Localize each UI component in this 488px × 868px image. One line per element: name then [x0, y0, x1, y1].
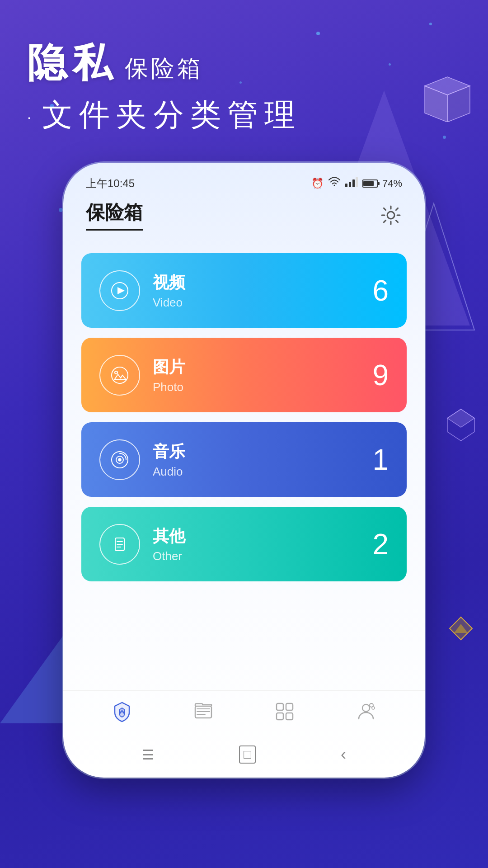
- status-icons: ⏰: [311, 177, 402, 190]
- svg-rect-11: [345, 184, 347, 187]
- wifi-icon: [328, 177, 341, 190]
- other-info: 其他 Other: [153, 525, 372, 563]
- svg-rect-17: [363, 181, 374, 186]
- other-name-cn: 其他: [153, 525, 372, 547]
- svg-point-34: [372, 707, 375, 709]
- nav-account[interactable]: [354, 700, 378, 723]
- star-6: [59, 208, 63, 212]
- svg-rect-28: [277, 703, 283, 710]
- video-count: 6: [372, 274, 389, 307]
- svg-marker-20: [117, 287, 125, 294]
- header-line2: ·文件夹分类管理: [27, 94, 301, 136]
- svg-marker-9: [447, 409, 474, 441]
- other-name-en: Other: [153, 549, 372, 563]
- header-line1: 隐私 保险箱: [27, 36, 301, 90]
- cube-icon: [411, 59, 474, 122]
- svg-point-25: [119, 458, 121, 461]
- android-nav: ☰ □ ‹: [63, 741, 425, 769]
- star-5: [443, 136, 446, 139]
- video-name-cn: 视频: [153, 272, 372, 294]
- svg-marker-6: [450, 617, 472, 640]
- video-icon-circle: [99, 270, 140, 311]
- cube-small-right: [443, 407, 479, 443]
- svg-rect-12: [349, 182, 351, 187]
- photo-count: 9: [372, 359, 389, 392]
- svg-rect-29: [286, 703, 293, 710]
- photo-info: 图片 Photo: [153, 356, 372, 394]
- bottom-nav: [63, 690, 425, 732]
- audio-info: 音乐 Audio: [153, 441, 372, 479]
- audio-icon-circle: [99, 439, 140, 480]
- alarm-icon: ⏰: [311, 178, 324, 189]
- svg-point-32: [362, 704, 370, 712]
- svg-point-18: [387, 212, 394, 219]
- category-video[interactable]: 视频 Video 6: [81, 253, 407, 328]
- audio-count: 1: [372, 443, 389, 476]
- android-menu[interactable]: ☰: [142, 747, 154, 763]
- android-home[interactable]: □: [239, 745, 256, 764]
- svg-marker-3: [425, 77, 470, 95]
- video-name-en: Video: [153, 296, 372, 310]
- settings-button[interactable]: [380, 204, 402, 226]
- audio-name-cn: 音乐: [153, 441, 372, 463]
- nav-safe[interactable]: [110, 700, 134, 723]
- header-privacy-text: 隐私: [27, 36, 117, 90]
- svg-marker-4: [447, 86, 470, 122]
- nav-apps[interactable]: [273, 700, 296, 723]
- svg-rect-30: [277, 713, 283, 720]
- category-audio[interactable]: 音乐 Audio 1: [81, 422, 407, 497]
- diamond-icon: [447, 615, 474, 642]
- nav-files[interactable]: [192, 700, 215, 723]
- svg-rect-16: [378, 182, 380, 185]
- svg-rect-31: [286, 713, 293, 720]
- svg-point-22: [115, 371, 117, 374]
- photo-name-cn: 图片: [153, 356, 372, 378]
- header-text: 隐私 保险箱 ·文件夹分类管理: [27, 36, 301, 136]
- svg-marker-7: [450, 617, 472, 640]
- title-bar: 保险箱: [63, 195, 425, 240]
- battery-icon: 74%: [362, 178, 402, 189]
- bullet-point: ·: [27, 109, 38, 125]
- svg-marker-2: [425, 86, 447, 122]
- status-bar: 上午10:45 ⏰: [63, 163, 425, 195]
- app-title: 保险箱: [86, 200, 143, 231]
- header-safe-text: 保险箱: [125, 53, 203, 85]
- photo-name-en: Photo: [153, 380, 372, 394]
- other-icon-circle: [99, 524, 140, 565]
- category-photo[interactable]: 图片 Photo 9: [81, 338, 407, 412]
- android-back[interactable]: ‹: [341, 745, 346, 764]
- photo-icon-circle: [99, 355, 140, 396]
- video-info: 视频 Video: [153, 272, 372, 310]
- svg-rect-14: [356, 177, 358, 187]
- svg-marker-10: [447, 409, 474, 427]
- category-list: 视频 Video 6 图片 Photo 9: [63, 240, 425, 595]
- svg-marker-8: [454, 624, 468, 633]
- star-1: [316, 32, 320, 35]
- phone-mockup: 上午10:45 ⏰: [63, 163, 425, 778]
- status-time: 上午10:45: [86, 176, 135, 191]
- category-other[interactable]: 其他 Other 2: [81, 507, 407, 581]
- svg-rect-13: [352, 179, 355, 187]
- signal-icon: [345, 177, 358, 190]
- audio-name-en: Audio: [153, 465, 372, 479]
- svg-point-21: [112, 367, 128, 383]
- other-count: 2: [372, 528, 389, 561]
- star-2: [389, 63, 391, 66]
- star-3: [429, 23, 432, 25]
